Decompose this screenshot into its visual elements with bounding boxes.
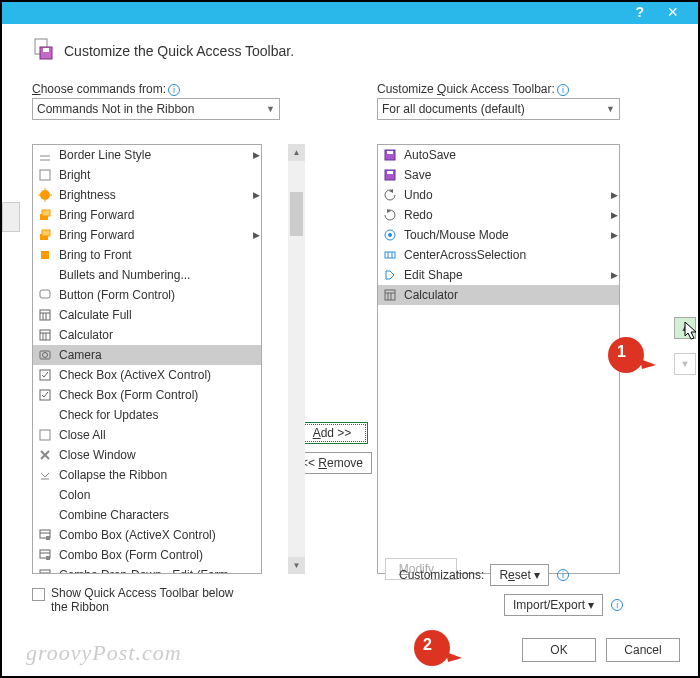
scroll-track[interactable] [288,161,305,557]
item-icon [37,407,53,423]
list-item[interactable]: Camera [33,345,261,365]
list-item[interactable]: Bring to Front [33,245,261,265]
move-up-button[interactable]: ▲ [674,317,696,339]
list-item[interactable]: Calculator [378,285,619,305]
list-item[interactable]: Calculator [33,325,261,345]
list-item[interactable]: Edit Shape▶ [378,265,619,285]
list-item[interactable]: AutoSave [378,145,619,165]
dialog-header: Customize the Quick Access Toolbar. [32,37,686,64]
info-icon[interactable]: i [611,599,623,611]
list-item[interactable]: Redo▶ [378,205,619,225]
item-icon [37,507,53,523]
save-ribbon-icon [32,37,56,64]
list-item[interactable]: Combo Box (ActiveX Control) [33,525,261,545]
item-label: Close All [59,428,245,442]
list-item[interactable]: Combine Characters [33,505,261,525]
item-icon [382,267,398,283]
list-item[interactable]: Bring Forward▶ [33,225,261,245]
item-icon [37,547,53,563]
reset-button[interactable]: Reset ▾ [490,564,549,586]
list-item[interactable]: Bullets and Numbering... [33,265,261,285]
item-label: Touch/Mouse Mode [404,228,603,242]
choose-commands-label: Choose commands from:i [32,82,287,96]
submenu-icon: ▶ [251,190,261,200]
list-item[interactable]: Combo Drop-Down - Edit (Form... [33,565,261,574]
item-label: Border Line Style [59,148,245,162]
close-icon[interactable]: × [667,2,678,23]
item-label: Check Box (ActiveX Control) [59,368,245,382]
item-label: Colon [59,488,245,502]
svg-rect-21 [40,330,50,340]
item-icon [37,487,53,503]
qat-list[interactable]: AutoSaveSaveUndo▶Redo▶Touch/Mouse Mode▶C… [377,144,620,574]
import-export-button[interactable]: Import/Export ▾ [504,594,603,616]
list-item[interactable]: Colon [33,485,261,505]
svg-rect-35 [46,536,50,540]
callout-2: 2 [412,628,462,668]
item-icon [37,207,53,223]
submenu-icon: ▶ [609,210,619,220]
info-icon[interactable]: i [557,569,569,581]
item-label: Combo Drop-Down - Edit (Form... [59,568,245,574]
item-label: Bring Forward [59,208,245,222]
info-icon[interactable]: i [168,84,180,96]
info-icon[interactable]: i [557,84,569,96]
list-item[interactable]: Bright [33,165,261,185]
dialog-title: Customize the Quick Access Toolbar. [64,43,294,59]
list-item[interactable]: Brightness▶ [33,185,261,205]
item-icon [37,347,53,363]
submenu-icon: ▶ [609,190,619,200]
show-below-label: Show Quick Access Toolbar below the Ribb… [51,586,251,614]
svg-point-58 [608,337,644,373]
list-item[interactable]: Save [378,165,619,185]
list-item[interactable]: Close Window [33,445,261,465]
reorder-buttons: ▲ ▼ [674,317,696,375]
list-item[interactable]: Button (Form Control) [33,285,261,305]
list-item[interactable]: Bring Forward [33,205,261,225]
list-item[interactable]: Touch/Mouse Mode▶ [378,225,619,245]
choose-commands-combo[interactable]: Commands Not in the Ribbon ▼ [32,98,280,120]
list-item[interactable]: Collapse the Ribbon [33,465,261,485]
list-item[interactable]: Border Line Style▶ [33,145,261,165]
combo-value: For all documents (default) [382,102,525,116]
svg-rect-12 [42,210,50,216]
commands-list[interactable]: Border Line Style▶BrightBrightness▶Bring… [32,144,262,574]
item-label: Redo [404,208,603,222]
customizations-row: Customizations: Reset ▾ i [399,564,569,586]
left-category-stub [2,202,20,232]
scrollbar[interactable]: ▲ ▼ [288,144,305,574]
item-icon [382,227,398,243]
show-below-row: Show Quick Access Toolbar below the Ribb… [32,586,287,614]
list-item[interactable]: Check Box (ActiveX Control) [33,365,261,385]
list-item[interactable]: Check for Updates [33,405,261,425]
dialog-window: ? × Customize the Quick Access Toolbar. … [0,0,700,678]
svg-rect-15 [41,251,49,259]
list-item[interactable]: Combo Box (Form Control) [33,545,261,565]
item-label: Combine Characters [59,508,245,522]
scroll-thumb[interactable] [290,192,303,236]
list-item[interactable]: Undo▶ [378,185,619,205]
add-button[interactable]: Add >> [296,422,368,444]
list-item[interactable]: Close All [33,425,261,445]
help-icon[interactable]: ? [635,4,644,20]
right-panel: Customize Quick Access Toolbar:i For all… [377,82,627,614]
svg-rect-48 [387,171,393,174]
item-icon [37,247,53,263]
list-item[interactable]: Check Box (Form Control) [33,385,261,405]
list-item[interactable]: Calculate Full [33,305,261,325]
scroll-down-icon[interactable]: ▼ [288,557,305,574]
cancel-button[interactable]: Cancel [606,638,680,662]
customize-qat-combo[interactable]: For all documents (default) ▼ [377,98,620,120]
item-label: Check for Updates [59,408,245,422]
ok-button[interactable]: OK [522,638,596,662]
item-label: Brightness [59,188,245,202]
item-label: Camera [59,348,245,362]
list-item[interactable]: CenterAcrossSelection [378,245,619,265]
show-below-checkbox[interactable] [32,588,45,601]
watermark: groovyPost.com [26,640,182,666]
chevron-down-icon: ▼ [606,104,615,114]
item-label: Close Window [59,448,245,462]
scroll-up-icon[interactable]: ▲ [288,144,305,161]
svg-rect-16 [40,290,50,298]
item-icon [37,447,53,463]
